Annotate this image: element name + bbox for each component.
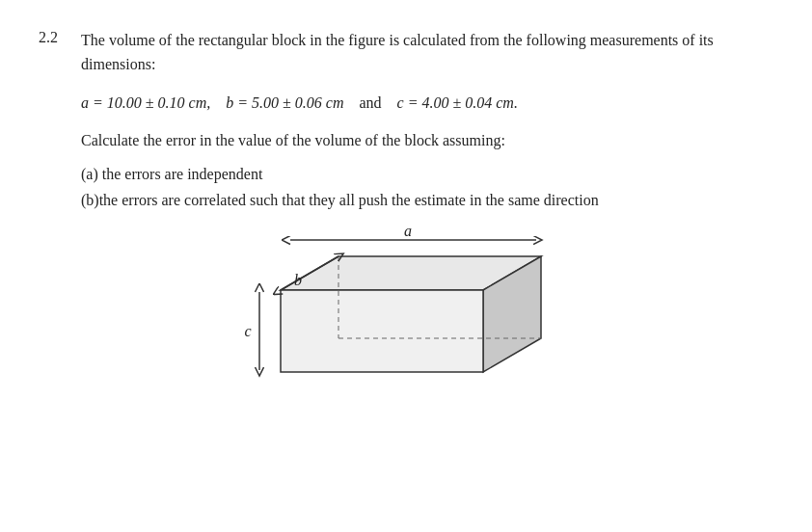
measurement-a: a = 10.00 ± 0.10 cm, <box>81 94 210 112</box>
question-intro: The volume of the rectangular block in t… <box>81 29 773 77</box>
block-diagram-svg: a b c <box>203 223 609 411</box>
figure-area: a b c <box>39 223 773 415</box>
b-label: b <box>294 272 302 288</box>
part-b-text: the errors are correlated such that they… <box>99 188 773 213</box>
parts-container: (a) the errors are independent (b) the e… <box>81 162 773 213</box>
part-b: (b) the errors are correlated such that … <box>81 188 773 213</box>
part-a: (a) the errors are independent <box>81 162 773 187</box>
question-header: 2.2 The volume of the rectangular block … <box>39 29 773 77</box>
part-b-label: (b) <box>81 188 99 213</box>
c-label: c <box>244 323 251 339</box>
measurement-c: c = 4.00 ± 0.04 cm. <box>397 94 518 112</box>
and-text: and <box>355 94 385 112</box>
a-label: a <box>404 223 412 239</box>
front-face <box>281 290 483 372</box>
question-number: 2.2 <box>39 29 68 77</box>
calc-instruction: Calculate the error in the value of the … <box>81 129 773 153</box>
measurement-b: b = 5.00 ± 0.06 cm <box>222 94 343 112</box>
measurements-line: a = 10.00 ± 0.10 cm, b = 5.00 ± 0.06 cm … <box>81 94 773 112</box>
question-container: 2.2 The volume of the rectangular block … <box>39 29 773 415</box>
